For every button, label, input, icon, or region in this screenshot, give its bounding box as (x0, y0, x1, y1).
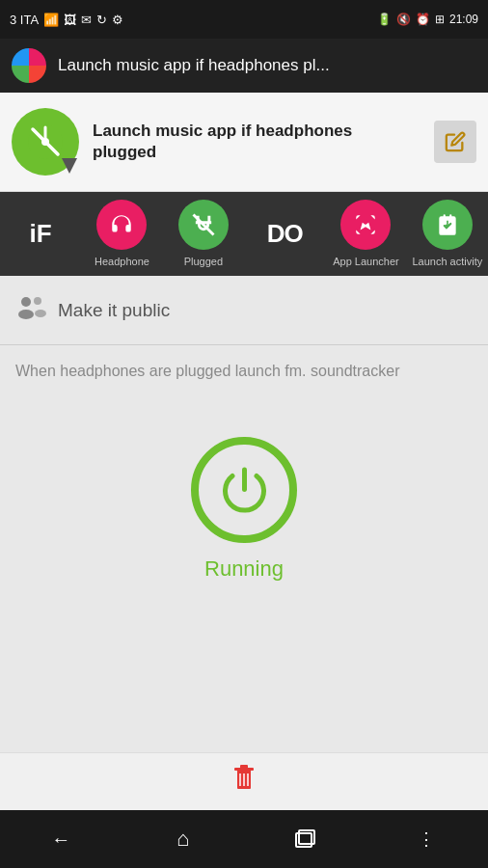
nav-recents-button[interactable] (276, 820, 334, 858)
power-button[interactable] (191, 437, 297, 543)
step-headphone[interactable]: Headphone (81, 200, 162, 268)
svg-rect-12 (240, 765, 248, 769)
step-plugged[interactable]: Plugged (163, 200, 244, 268)
description-row: When headphones are plugged launch fm. s… (0, 345, 488, 397)
battery-icon: 🔋 (377, 13, 392, 26)
svg-point-7 (34, 297, 41, 305)
step-launch-activity[interactable]: Launch activity (407, 200, 488, 268)
settings-icon: ⚙ (112, 13, 123, 27)
plugged-circle (178, 200, 229, 250)
headphone-circle (96, 200, 147, 250)
signal-icon: 📶 (43, 13, 59, 27)
svg-point-8 (35, 310, 46, 317)
recipe-title: Launch music app if headphones plugged (93, 121, 420, 163)
nav-bar: ← ⌂ ⋮ (0, 810, 488, 868)
sync-icon: ↻ (96, 13, 107, 27)
step-app-launcher[interactable]: App Launcher (325, 200, 406, 268)
svg-point-6 (18, 310, 34, 319)
description-text: When headphones are plugged launch fm. s… (15, 361, 473, 382)
app-launcher-circle (340, 200, 391, 250)
svg-line-4 (193, 215, 213, 235)
launch-activity-circle (422, 200, 473, 250)
people-icon (15, 293, 46, 327)
title-bar: Launch music app if headphones pl... (0, 39, 488, 93)
trash-icon (230, 762, 258, 801)
alarm-icon: ⏰ (416, 13, 430, 26)
home-icon: ⌂ (176, 827, 189, 852)
running-status: Running (204, 556, 284, 582)
launch-activity-label: Launch activity (412, 256, 482, 268)
email-icon: ✉ (81, 13, 92, 27)
step-if: iF (0, 219, 81, 249)
delete-bar[interactable] (0, 752, 488, 810)
recents-icon (294, 828, 315, 850)
network-icon: ⊞ (435, 13, 445, 26)
recipe-icon (12, 108, 79, 176)
if-label: iF (30, 219, 52, 249)
edit-button[interactable] (434, 121, 476, 163)
do-label: DO (267, 219, 303, 249)
svg-point-5 (21, 297, 31, 307)
make-public-row[interactable]: Make it public (0, 276, 488, 345)
make-public-label: Make it public (58, 300, 170, 321)
power-area: Running (0, 398, 488, 610)
carrier-text: 3 ITA (10, 13, 39, 27)
nav-home-button[interactable]: ⌂ (154, 820, 212, 858)
step-do: DO (244, 219, 325, 249)
recipe-header: Launch music app if headphones plugged (0, 93, 488, 192)
plugged-label: Plugged (184, 256, 223, 268)
steps-bar: iF Headphone Plugged DO (0, 192, 488, 276)
time-display: 21:09 (449, 13, 478, 26)
status-bar: 3 ITA 📶 🖼 ✉ ↻ ⚙ 🔋 🔇 ⏰ ⊞ 21:09 (0, 0, 488, 39)
nav-more-button[interactable]: ⋮ (398, 820, 456, 858)
back-icon: ← (51, 828, 70, 851)
app-launcher-label: App Launcher (333, 256, 399, 268)
app-logo (12, 48, 46, 83)
screenshot-icon: 🖼 (64, 13, 76, 27)
page-title: Launch music app if headphones pl... (58, 56, 330, 75)
nav-back-button[interactable]: ← (32, 820, 90, 858)
more-icon: ⋮ (418, 828, 437, 850)
headphone-label: Headphone (95, 256, 149, 268)
mute-icon: 🔇 (396, 13, 411, 26)
